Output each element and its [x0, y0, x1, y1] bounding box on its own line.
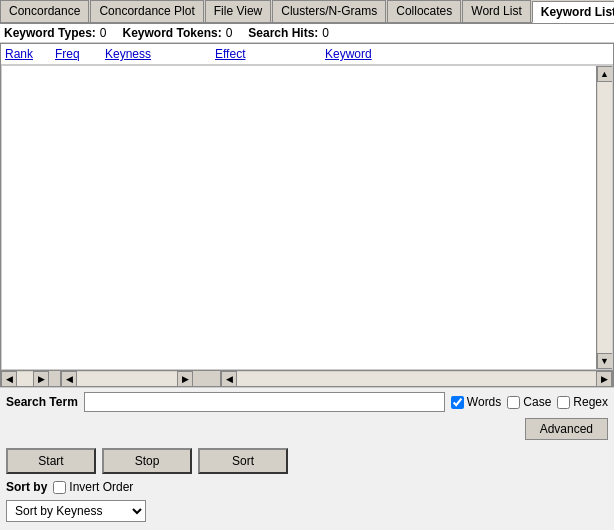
- keyword-tokens-label: Keyword Tokens:: [123, 26, 222, 40]
- search-hits-value: 0: [322, 26, 329, 40]
- hscroll-right-3[interactable]: ▶: [596, 371, 612, 387]
- search-term-area: Search Term Words Case Regex: [0, 387, 614, 416]
- table-wrapper: Rank Freq Keyness Effect Keyword ▲ ▼ ◀ ▶: [0, 43, 614, 387]
- col-header-keyword[interactable]: Keyword: [321, 45, 613, 63]
- tab-collocates[interactable]: Collocates: [387, 0, 461, 22]
- sort-dropdown-row: Sort by Keyness Sort by Freq Sort by Eff…: [0, 496, 614, 526]
- hscroll-section-2: ◀ ▶: [61, 371, 221, 386]
- hscroll-right-1[interactable]: ▶: [33, 371, 49, 387]
- keyword-types-label: Keyword Types:: [4, 26, 96, 40]
- hscroll-left-1[interactable]: ◀: [1, 371, 17, 387]
- sort-by-row: Sort by Invert Order: [0, 478, 614, 496]
- case-checkbox-item: Case: [507, 395, 551, 409]
- invert-order-checkbox[interactable]: [53, 481, 66, 494]
- hscroll-track-2[interactable]: [77, 372, 177, 386]
- case-checkbox[interactable]: [507, 396, 520, 409]
- scroll-up-btn[interactable]: ▲: [597, 66, 613, 82]
- col-header-effect[interactable]: Effect: [211, 45, 321, 63]
- search-term-input[interactable]: [84, 392, 445, 412]
- tab-clusters-ngrams[interactable]: Clusters/N-Grams: [272, 0, 386, 22]
- tab-bar: Concordance Concordance Plot File View C…: [0, 0, 614, 24]
- col-header-rank[interactable]: Rank: [1, 45, 51, 63]
- hscroll-area: ◀ ▶ ◀ ▶ ◀ ▶: [1, 370, 613, 386]
- search-hits-label: Search Hits:: [248, 26, 318, 40]
- hscroll-right-2[interactable]: ▶: [177, 371, 193, 387]
- regex-checkbox[interactable]: [557, 396, 570, 409]
- hscroll-section-3: ◀ ▶: [221, 371, 613, 386]
- col-header-freq[interactable]: Freq: [51, 45, 101, 63]
- button-row: Start Stop Sort: [0, 444, 614, 478]
- tab-word-list[interactable]: Word List: [462, 0, 530, 22]
- col-header-keyness[interactable]: Keyness: [101, 45, 211, 63]
- start-button[interactable]: Start: [6, 448, 96, 474]
- tab-keyword-list[interactable]: Keyword List: [532, 1, 614, 23]
- invert-order-item: Invert Order: [53, 480, 133, 494]
- vertical-scrollbar[interactable]: ▲ ▼: [596, 66, 612, 369]
- advanced-row: Advanced: [0, 416, 614, 444]
- sort-dropdown[interactable]: Sort by Keyness Sort by Freq Sort by Eff…: [6, 500, 146, 522]
- scroll-down-btn[interactable]: ▼: [597, 353, 613, 369]
- sort-by-label: Sort by: [6, 480, 47, 494]
- tab-concordance-plot[interactable]: Concordance Plot: [90, 0, 203, 22]
- hscroll-left-2[interactable]: ◀: [61, 371, 77, 387]
- hscroll-section-1: ◀ ▶: [1, 371, 61, 386]
- main-container: Keyword Types: 0 Keyword Tokens: 0 Searc…: [0, 24, 614, 526]
- column-headers: Rank Freq Keyness Effect Keyword: [1, 44, 613, 65]
- keyword-tokens-stat: Keyword Tokens: 0: [123, 26, 233, 40]
- tab-file-view[interactable]: File View: [205, 0, 271, 22]
- stats-bar: Keyword Types: 0 Keyword Tokens: 0 Searc…: [0, 24, 614, 43]
- words-checkbox-item: Words: [451, 395, 501, 409]
- words-checkbox[interactable]: [451, 396, 464, 409]
- search-term-label: Search Term: [6, 395, 78, 409]
- keyword-tokens-value: 0: [226, 26, 233, 40]
- hscroll-left-3[interactable]: ◀: [221, 371, 237, 387]
- stop-button[interactable]: Stop: [102, 448, 192, 474]
- advanced-button[interactable]: Advanced: [525, 418, 608, 440]
- hscroll-track-1[interactable]: [17, 372, 33, 386]
- regex-label: Regex: [573, 395, 608, 409]
- search-hits-stat: Search Hits: 0: [248, 26, 329, 40]
- keyword-types-value: 0: [100, 26, 107, 40]
- table-content: [2, 66, 596, 369]
- tab-concordance[interactable]: Concordance: [0, 0, 89, 22]
- sort-button[interactable]: Sort: [198, 448, 288, 474]
- keyword-types-stat: Keyword Types: 0: [4, 26, 107, 40]
- hscroll-track-3[interactable]: [237, 372, 596, 386]
- regex-checkbox-item: Regex: [557, 395, 608, 409]
- case-label: Case: [523, 395, 551, 409]
- table-area: ▲ ▼: [1, 65, 613, 370]
- invert-order-label: Invert Order: [69, 480, 133, 494]
- words-label: Words: [467, 395, 501, 409]
- scroll-track[interactable]: [598, 82, 612, 353]
